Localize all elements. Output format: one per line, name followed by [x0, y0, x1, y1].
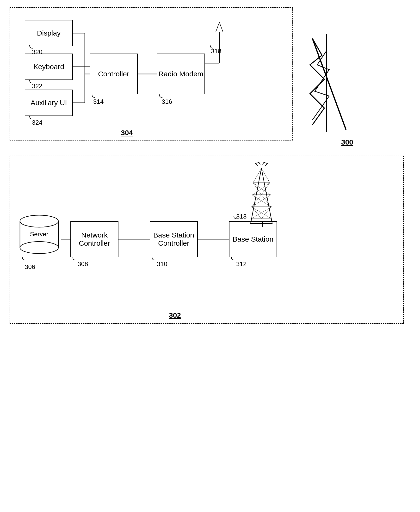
top-section: Display 320 Keyboard 322 Auxiliary UI 32… [10, 7, 293, 141]
svg-line-12 [312, 38, 346, 130]
bottom-section: Server 306 Network Controller 308 Base S… [10, 156, 404, 324]
wireless-symbol [298, 31, 370, 134]
bottom-connections [10, 156, 404, 324]
ref-300: 300 [341, 138, 353, 146]
svg-marker-9 [216, 22, 223, 32]
section-302-label: 302 [169, 311, 181, 319]
main-diagram: Display 320 Keyboard 322 Auxiliary UI 32… [10, 7, 410, 502]
top-connections [10, 8, 294, 141]
